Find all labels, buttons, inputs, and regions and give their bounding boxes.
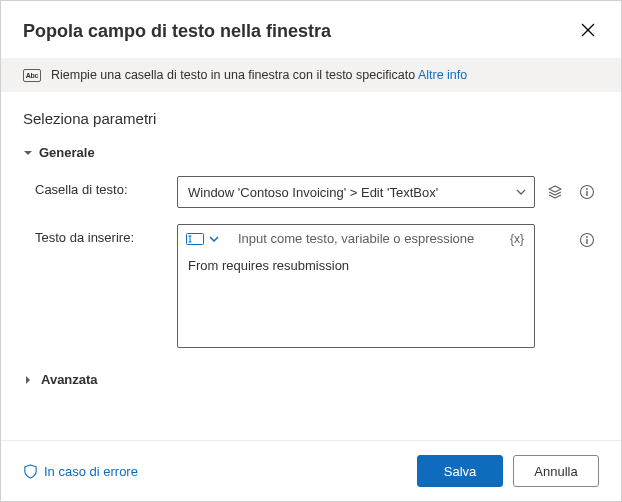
svg-rect-11 xyxy=(586,239,587,244)
editor-content[interactable]: From requires resubmission xyxy=(178,252,534,347)
group-general-header[interactable]: Generale xyxy=(23,145,599,160)
variable-picker-button[interactable]: {x} xyxy=(510,232,524,246)
on-error-label: In caso di errore xyxy=(44,464,138,479)
dialog-title: Popola campo di testo nella finestra xyxy=(23,21,331,42)
group-advanced-label: Avanzata xyxy=(41,372,98,387)
text-to-insert-label: Testo da inserire: xyxy=(35,224,177,348)
info-icon xyxy=(579,232,595,248)
info-text: Riempie una casella di testo in una fine… xyxy=(51,68,415,82)
textbox-select[interactable]: Window 'Contoso Invoicing' > Edit 'TextB… xyxy=(177,176,535,208)
info-button[interactable] xyxy=(575,228,599,252)
textbox-label: Casella di testo: xyxy=(35,176,177,208)
group-general-label: Generale xyxy=(39,145,95,160)
abc-icon: Abc xyxy=(23,69,41,82)
save-button[interactable]: Salva xyxy=(417,455,503,487)
shield-icon xyxy=(23,464,38,479)
cancel-button[interactable]: Annulla xyxy=(513,455,599,487)
svg-rect-5 xyxy=(187,233,204,244)
svg-point-3 xyxy=(586,188,588,190)
textbox-select-value: Window 'Contoso Invoicing' > Edit 'TextB… xyxy=(188,185,438,200)
on-error-link[interactable]: In caso di errore xyxy=(23,464,138,479)
close-icon xyxy=(581,23,595,37)
chevron-down-icon xyxy=(23,148,33,158)
info-bar: Abc Riempie una casella di testo in una … xyxy=(1,58,621,92)
layers-icon xyxy=(547,184,563,200)
chevron-down-icon xyxy=(515,186,527,198)
info-icon xyxy=(579,184,595,200)
more-info-link[interactable]: Altre info xyxy=(418,68,467,82)
svg-rect-4 xyxy=(586,191,587,196)
chevron-right-icon xyxy=(23,375,33,385)
text-input-icon xyxy=(186,233,204,245)
section-title: Seleziona parametri xyxy=(23,110,599,127)
editor-placeholder: Input come testo, variabile o espression… xyxy=(238,231,502,246)
ui-element-picker-button[interactable] xyxy=(543,180,567,204)
close-button[interactable] xyxy=(577,19,599,44)
svg-point-10 xyxy=(586,236,588,238)
text-to-insert-editor[interactable]: Input come testo, variabile o espression… xyxy=(177,224,535,348)
group-advanced-header[interactable]: Avanzata xyxy=(23,372,599,387)
chevron-down-icon[interactable] xyxy=(208,233,220,245)
info-button[interactable] xyxy=(575,180,599,204)
